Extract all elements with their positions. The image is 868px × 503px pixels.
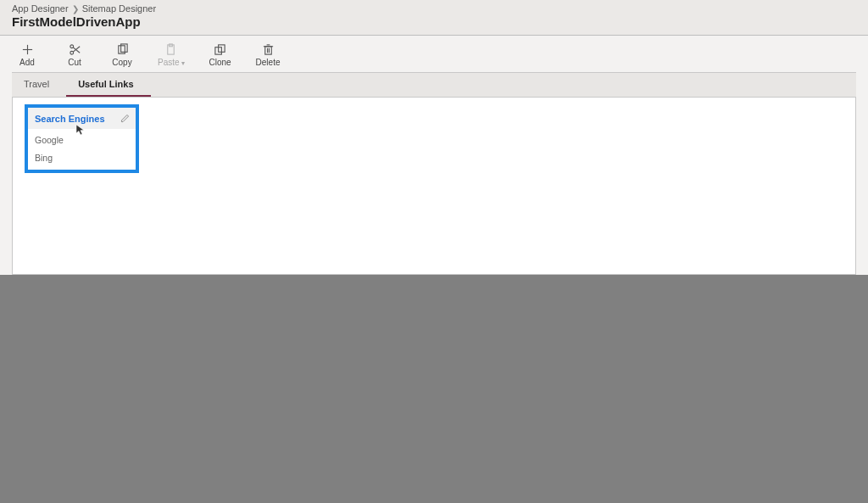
delete-label: Delete	[256, 59, 281, 67]
paste-button: Paste▾	[158, 42, 185, 67]
clone-icon	[214, 42, 227, 56]
header: App Designer ❯ Sitemap Designer FirstMod…	[0, 0, 868, 35]
sitemap-subarea[interactable]: Google	[28, 129, 136, 147]
sitemap-canvas[interactable]: Search Engines Google Bing	[12, 98, 856, 275]
pencil-icon[interactable]	[120, 113, 131, 124]
breadcrumb-parent[interactable]: App Designer	[12, 3, 69, 14]
scissors-icon	[68, 42, 81, 56]
plus-icon	[20, 42, 34, 56]
copy-label: Copy	[112, 59, 131, 67]
tab-travel[interactable]: Travel	[12, 73, 66, 97]
svg-line-4	[73, 47, 80, 52]
svg-point-3	[70, 44, 73, 48]
breadcrumb-current: Sitemap Designer	[82, 3, 156, 14]
svg-line-5	[73, 46, 80, 51]
toolbar: Add Cut Copy Paste▾ Clone	[0, 36, 868, 72]
breadcrumb: App Designer ❯ Sitemap Designer	[12, 3, 856, 14]
paste-icon	[164, 42, 178, 56]
cut-label: Cut	[68, 59, 81, 67]
add-button[interactable]: Add	[15, 42, 39, 67]
tabs: Travel Useful Links	[12, 72, 856, 98]
page-title: FirstModelDrivenApp	[12, 14, 856, 32]
chevron-right-icon: ❯	[72, 4, 79, 14]
copy-icon	[115, 42, 129, 56]
sitemap-subarea[interactable]: Bing	[28, 147, 136, 165]
add-label: Add	[19, 59, 35, 67]
cut-button[interactable]: Cut	[63, 42, 86, 67]
delete-button[interactable]: Delete	[256, 42, 281, 67]
group-header[interactable]: Search Engines	[28, 108, 136, 129]
sitemap-group[interactable]: Search Engines Google Bing	[25, 104, 139, 173]
copy-button[interactable]: Copy	[110, 42, 134, 67]
clone-button[interactable]: Clone	[209, 42, 232, 67]
clone-label: Clone	[209, 59, 231, 67]
svg-rect-12	[264, 46, 271, 53]
app-shell: App Designer ❯ Sitemap Designer FirstMod…	[0, 0, 868, 275]
group-title: Search Engines	[35, 114, 105, 124]
tab-useful-links[interactable]: Useful Links	[66, 73, 150, 97]
paste-label: Paste▾	[158, 59, 185, 67]
svg-point-2	[70, 51, 73, 54]
trash-icon	[261, 42, 275, 56]
chevron-down-icon: ▾	[181, 59, 185, 67]
